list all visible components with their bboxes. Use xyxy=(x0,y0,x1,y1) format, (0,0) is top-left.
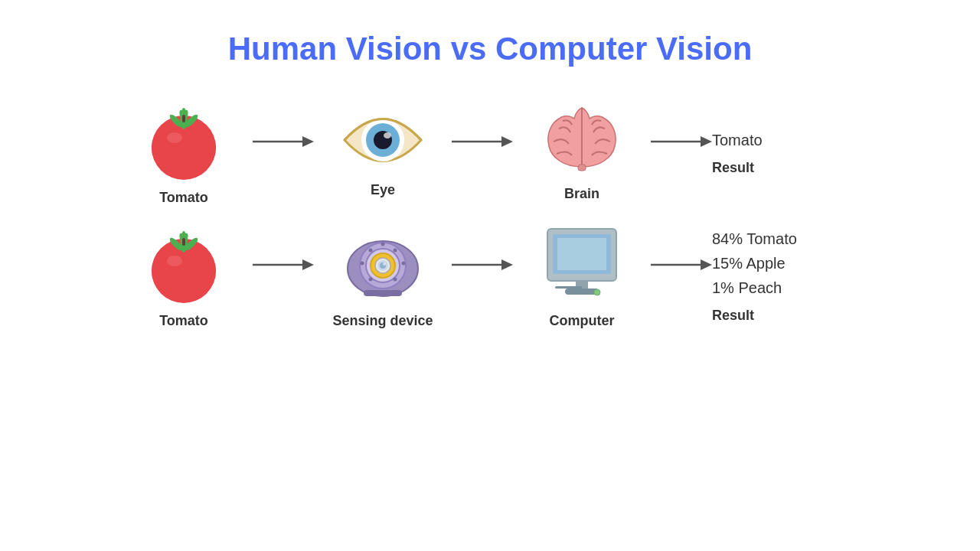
eye-label: Eye xyxy=(371,182,395,198)
result2-label: Result xyxy=(712,308,754,324)
tomato-icon-2 xyxy=(142,221,226,305)
computer-tomato-label: Tomato xyxy=(159,313,208,329)
svg-rect-18 xyxy=(578,165,586,171)
page-title: Human Vision vs Computer Vision xyxy=(228,31,753,67)
human-tomato-label: Tomato xyxy=(159,190,208,206)
human-tomato-item: Tomato xyxy=(115,98,253,206)
tomato-icon-1 xyxy=(142,98,226,182)
page: Human Vision vs Computer Vision xyxy=(0,0,980,551)
result2-line3: 1% Peach xyxy=(712,276,797,300)
result1-label: Result xyxy=(712,160,754,176)
sensing-device-label: Sensing device xyxy=(332,313,433,329)
svg-marker-10 xyxy=(302,136,314,147)
svg-marker-49 xyxy=(501,259,513,270)
brain-item: Brain xyxy=(513,102,651,202)
brain-icon xyxy=(540,102,624,178)
svg-rect-52 xyxy=(557,238,606,270)
arrow-5 xyxy=(452,253,513,276)
computer-tomato-item: Tomato xyxy=(115,221,253,329)
arrow-4 xyxy=(253,253,314,276)
svg-rect-8 xyxy=(182,115,185,122)
svg-rect-29 xyxy=(182,238,185,246)
svg-point-2 xyxy=(167,132,182,143)
camera-icon xyxy=(341,221,425,305)
svg-point-42 xyxy=(394,249,397,253)
sensing-device-item: Sensing device xyxy=(314,221,452,329)
svg-point-14 xyxy=(384,132,391,139)
computer-icon xyxy=(536,221,628,305)
human-vision-row: Tomato E xyxy=(0,98,980,206)
svg-point-44 xyxy=(402,262,406,266)
svg-point-40 xyxy=(383,262,386,266)
arrow-3 xyxy=(651,130,712,153)
svg-marker-58 xyxy=(701,259,712,270)
eye-icon xyxy=(337,106,429,174)
result1-text: Tomato xyxy=(712,128,763,152)
computer-label: Computer xyxy=(550,313,615,329)
arrow-2 xyxy=(452,130,513,153)
computer-item: Computer xyxy=(513,221,651,329)
svg-point-41 xyxy=(381,243,385,246)
eye-item: Eye xyxy=(314,106,452,198)
result2-item: 84% Tomato 15% Apple 1% Peach Result xyxy=(712,227,865,324)
computer-vision-row: Tomato xyxy=(0,221,980,329)
result2-line2: 15% Apple xyxy=(712,251,797,276)
result1-item: Tomato Result xyxy=(712,128,865,176)
svg-rect-54 xyxy=(565,289,599,295)
svg-marker-16 xyxy=(501,136,513,147)
svg-point-23 xyxy=(167,256,182,266)
svg-point-46 xyxy=(394,278,397,282)
brain-label: Brain xyxy=(564,186,599,202)
svg-marker-31 xyxy=(302,259,314,270)
svg-marker-20 xyxy=(701,136,712,147)
arrow-6 xyxy=(651,253,712,276)
svg-point-47 xyxy=(369,278,373,282)
svg-point-45 xyxy=(361,262,364,266)
result2-line1: 84% Tomato xyxy=(712,227,797,251)
svg-rect-56 xyxy=(555,286,582,289)
svg-point-55 xyxy=(594,289,600,295)
result2-lines: 84% Tomato 15% Apple 1% Peach xyxy=(712,227,797,300)
svg-point-43 xyxy=(369,249,373,253)
svg-rect-33 xyxy=(364,290,402,296)
arrow-1 xyxy=(253,130,314,153)
